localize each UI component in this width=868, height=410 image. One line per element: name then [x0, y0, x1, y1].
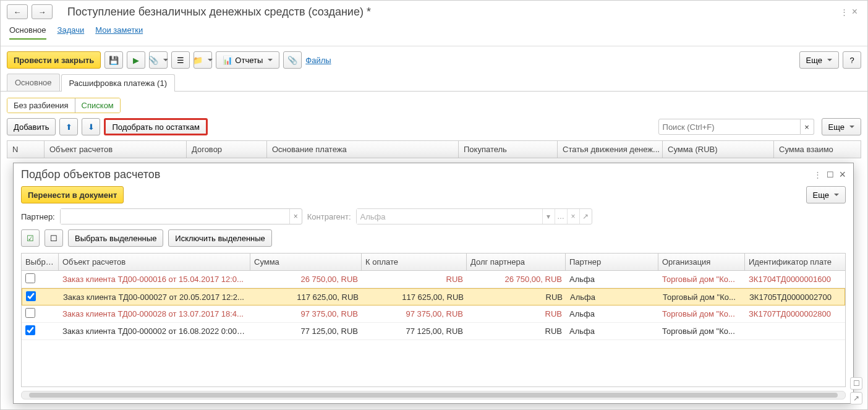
col-sum[interactable]: Сумма (RUB) — [663, 141, 774, 158]
select-highlighted-button[interactable]: Выбрать выделенные — [68, 229, 163, 247]
row-sum: 77 125,00, RUB — [250, 327, 362, 336]
col-buyer[interactable]: Покупатель — [459, 141, 558, 158]
row-checkbox-cell — [22, 325, 59, 337]
dcol-obj[interactable]: Объект расчетов — [59, 254, 250, 270]
counterparty-input[interactable] — [357, 209, 542, 224]
dialog-more-button[interactable]: Еще — [806, 186, 846, 203]
kebab-icon[interactable]: ⋮ — [840, 7, 848, 17]
partner-input[interactable] — [61, 209, 289, 224]
row-topay: 77 125,00, RUB — [362, 327, 467, 336]
table-row[interactable]: Заказ клиента ТД00-000002 от 16.08.2022 … — [22, 323, 845, 340]
row-debt: 26 750,00, RUB — [467, 275, 566, 284]
row-topay: RUB — [362, 275, 467, 284]
row-checkbox[interactable] — [26, 291, 36, 301]
create-based-button[interactable]: 📁 — [194, 51, 212, 69]
help-button[interactable]: ? — [843, 51, 861, 69]
move-up-button[interactable]: ⬆ — [59, 118, 78, 135]
dialog-title: Подбор объектов расчетов — [21, 168, 160, 181]
col-contract[interactable]: Договор — [187, 141, 267, 158]
table-row[interactable]: Заказ клиента ТД00-000028 от 13.07.2017 … — [22, 305, 845, 323]
post-icon: ▶ — [133, 56, 139, 65]
save-icon: 💾 — [109, 56, 119, 65]
row-partner: Альфа — [566, 275, 658, 284]
dialog-close-icon[interactable]: × — [839, 168, 846, 181]
counterparty-combo[interactable]: ▾ … × ↗ — [356, 208, 592, 224]
row-checkbox-cell — [22, 308, 59, 320]
dcol-selected[interactable]: Выбран — [22, 254, 59, 270]
partner-combo[interactable]: × — [60, 208, 302, 224]
list-button[interactable]: ☰ — [171, 51, 190, 69]
dialog-maximize-icon[interactable]: ☐ — [827, 170, 834, 179]
post-button[interactable]: ▶ — [127, 51, 145, 69]
picker-dialog: Подбор объектов расчетов ⋮ ☐ × Перенести… — [13, 163, 854, 404]
table-row[interactable]: Заказ клиента ТД00-000027 от 20.05.2017 … — [22, 288, 845, 305]
more-button[interactable]: Еще — [799, 51, 839, 69]
status-icon-1[interactable]: ☐ — [850, 377, 862, 390]
table-row[interactable]: Заказ клиента ТД00-000016 от 15.04.2017 … — [22, 271, 845, 288]
post-and-close-button[interactable]: Провести и закрыть — [7, 51, 101, 69]
check-all-button[interactable]: ☑ — [21, 229, 40, 247]
dcol-id[interactable]: Идентификатор плате — [745, 254, 841, 270]
search-clear-button[interactable]: × — [801, 119, 814, 135]
counterparty-open-button[interactable]: ↗ — [579, 209, 592, 224]
pick-by-balance-button[interactable]: Подобрать по остаткам — [104, 118, 208, 135]
add-button[interactable]: Добавить — [7, 118, 56, 135]
structure-button[interactable]: 📎 — [149, 51, 168, 69]
reports-button[interactable]: 📊Отчеты — [216, 51, 279, 69]
row-org: Торговый дом "Ко... — [659, 293, 746, 302]
dcol-sum[interactable]: Сумма — [250, 254, 362, 270]
row-checkbox[interactable] — [25, 325, 35, 335]
row-checkbox[interactable] — [25, 308, 35, 318]
close-icon[interactable]: × — [852, 6, 857, 17]
tab-main[interactable]: Основное — [7, 74, 60, 91]
col-basis[interactable]: Основание платежа — [267, 141, 459, 158]
linktab-main[interactable]: Основное — [9, 25, 46, 40]
files-link[interactable]: Файлы — [305, 56, 331, 65]
dcol-org[interactable]: Организация — [658, 254, 745, 270]
uncheck-all-icon: ☐ — [50, 234, 57, 243]
counterparty-dropdown-button[interactable]: ▾ — [542, 209, 555, 224]
col-cashflow[interactable]: Статья движения денеж... — [558, 141, 663, 158]
transfer-button[interactable]: Перенести в документ — [21, 186, 124, 203]
row-partner: Альфа — [566, 293, 659, 302]
row-sum: 26 750,00, RUB — [250, 275, 362, 284]
row-id: ЗК1707ТД0000002800 — [745, 309, 841, 318]
save-button[interactable]: 💾 — [104, 51, 123, 69]
status-icon-2[interactable]: ↗ — [850, 392, 862, 404]
dcol-debt[interactable]: Долг партнера — [467, 254, 566, 270]
linktab-tasks[interactable]: Задачи — [57, 25, 85, 40]
dcol-partner[interactable]: Партнер — [566, 254, 658, 270]
col-obj[interactable]: Объект расчетов — [45, 141, 187, 158]
exclude-highlighted-button[interactable]: Исключить выделенные — [168, 229, 271, 247]
row-sum: 97 375,00, RUB — [250, 309, 362, 318]
col-mutual[interactable]: Сумма взаимо — [774, 141, 848, 158]
counterparty-ellipsis-button[interactable]: … — [555, 209, 567, 224]
dialog-kebab-icon[interactable]: ⋮ — [814, 170, 822, 179]
nav-forward-button[interactable]: → — [32, 4, 53, 19]
row-checkbox[interactable] — [25, 273, 35, 283]
partner-clear-button[interactable]: × — [289, 209, 302, 224]
row-debt: RUB — [467, 293, 566, 302]
search-input[interactable] — [658, 119, 801, 135]
nav-back-button[interactable]: ← — [7, 4, 28, 19]
row-topay: 97 375,00, RUB — [362, 309, 467, 318]
col-n[interactable]: N — [7, 141, 45, 158]
linktab-notes[interactable]: Мои заметки — [95, 25, 143, 40]
table-more-button[interactable]: Еще — [822, 118, 861, 135]
dialog-hscrollbar[interactable] — [21, 391, 846, 399]
attach-button[interactable]: 📎 — [283, 51, 302, 69]
uncheck-all-button[interactable]: ☐ — [45, 229, 63, 247]
move-down-button[interactable]: ⬇ — [82, 118, 100, 135]
row-obj: Заказ клиента ТД00-000027 от 20.05.2017 … — [59, 293, 251, 302]
counterparty-clear-button[interactable]: × — [567, 209, 579, 224]
row-debt: RUB — [467, 327, 566, 336]
chart-icon: 📊 — [223, 56, 232, 65]
dcol-topay[interactable]: К оплате — [362, 254, 467, 270]
tab-detail[interactable]: Расшифровка платежа (1) — [61, 74, 175, 92]
row-partner: Альфа — [566, 327, 658, 336]
main-table-header: N Объект расчетов Договор Основание плат… — [7, 141, 861, 158]
segment-list[interactable]: Списком — [75, 98, 120, 113]
arrow-down-icon: ⬇ — [88, 122, 95, 132]
segment-nosplit[interactable]: Без разбиения — [7, 98, 75, 113]
folder-icon: 📁 — [193, 56, 203, 65]
